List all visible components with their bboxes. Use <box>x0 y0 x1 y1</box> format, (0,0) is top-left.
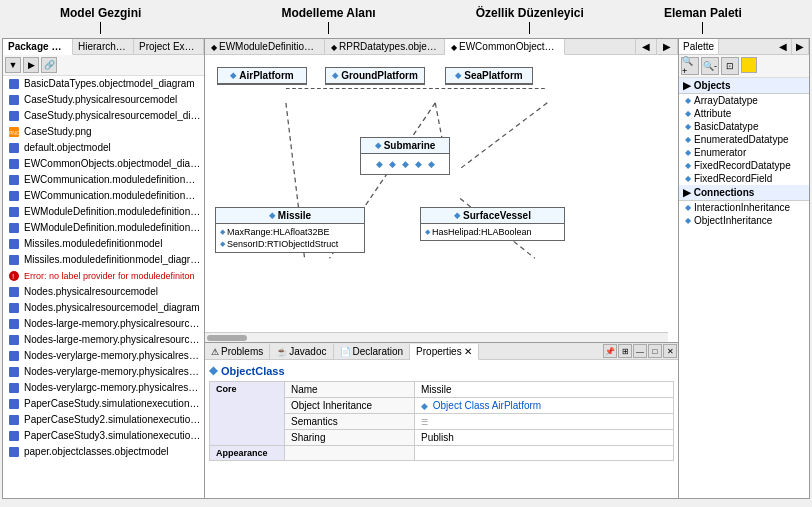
label-ozellik-duzenleyici: Özellik Düzenleyici <box>476 6 584 34</box>
tree-item-3[interactable]: PNGCaseStudy.png <box>3 124 204 140</box>
tree-item-9[interactable]: EWModuleDefinition.moduledefinitionmodel… <box>3 220 204 236</box>
tab-ew-common-icon: ◆ <box>451 43 457 52</box>
svg-rect-12 <box>9 255 19 265</box>
tree-item-0[interactable]: BasicDataTypes.objectmodel_diagram <box>3 76 204 92</box>
uml-box-seaplatform[interactable]: ◆ SeaPlatform <box>445 67 533 85</box>
tree-item-20[interactable]: PaperCaseStudy.simulationexecutionconfig… <box>3 396 204 412</box>
tab-declaration[interactable]: 📄Declaration <box>334 344 411 359</box>
palette-zoom-out[interactable]: 🔍- <box>701 57 719 75</box>
tree-item-18[interactable]: Nodes-verylarge-memory.physicalresourcem… <box>3 364 204 380</box>
palette-section-objects[interactable]: ▶ Objects <box>679 78 809 94</box>
label-model-gezgini: Model Gezgini <box>60 6 141 34</box>
uml-box-groundplatform[interactable]: ◆ GroundPlatform <box>325 67 425 85</box>
tree-item-7[interactable]: EWCommunication.moduledefinitionmodel_di <box>3 188 204 204</box>
uml-box-submarine[interactable]: ◆ Submarine ◆ ◆ ◆ ◆ ◆ <box>360 137 450 175</box>
groundplatform-diamond: ◆ <box>332 71 338 80</box>
surfacevessel-diamond: ◆ <box>454 211 460 220</box>
grid-btn[interactable]: ⊞ <box>618 344 632 358</box>
palette-objects-list: ◆ArrayDatatype ◆Attribute ◆BasicDatatype… <box>679 94 809 185</box>
h-scrollbar-thumb[interactable] <box>207 335 247 341</box>
tree-item-17[interactable]: Nodes-verylarge-memory.physicalresourcem… <box>3 348 204 364</box>
tree-item-13[interactable]: Nodes.physicalresourcemodel <box>3 284 204 300</box>
svg-rect-9 <box>9 207 19 217</box>
tree-item-15[interactable]: Nodes-large-memory.physicalresourcemodel <box>3 316 204 332</box>
tree-collapse-btn[interactable]: ▼ <box>5 57 21 73</box>
missile-diamond: ◆ <box>269 211 275 220</box>
tab-package-ex[interactable]: Package Ex✕ <box>3 39 73 55</box>
palette-item-basicdatatype[interactable]: ◆BasicDatatype <box>679 120 809 133</box>
tree-expand-btn[interactable]: ▶ <box>23 57 39 73</box>
svg-text:!: ! <box>12 272 14 281</box>
tab-nav-right[interactable]: ▶ <box>657 39 678 54</box>
tree-item-5[interactable]: EWCommonObjects.objectmodel_diagram <box>3 156 204 172</box>
tree-item-label-2: CaseStudy.physicalresourcemodel_diagram <box>24 109 202 123</box>
tree-item-label-1: CaseStudy.physicalresourcemodel <box>24 93 177 107</box>
tree-item-6[interactable]: EWCommunication.moduledefinitionmodel <box>3 172 204 188</box>
palette-section-connections[interactable]: ▶ Connections <box>679 185 809 201</box>
tab-rpr-datatypes[interactable]: ◆RPRDatatypes.objectm✕ <box>325 39 445 54</box>
tree-item-16[interactable]: Nodes-large-memory.physicalresourcemodel… <box>3 332 204 348</box>
uml-box-airplatform[interactable]: ◆ AirPlatform <box>217 67 307 85</box>
missile-field-2: ◆ SensorID:RTIObjectIdStruct <box>220 238 360 250</box>
tab-nav-left[interactable]: ◀ <box>636 39 657 54</box>
palette-item-fixedrecordfield[interactable]: ◆FixedRecordField <box>679 172 809 185</box>
tab-ew-module-icon: ◆ <box>211 43 217 52</box>
tab-ew-common[interactable]: ◆EWCommonObjects.obje✕ <box>445 39 565 55</box>
tree-link-btn[interactable]: 🔗 <box>41 57 57 73</box>
svg-rect-2 <box>9 111 19 121</box>
palette-color-btn[interactable] <box>741 57 757 73</box>
maximize-btn[interactable]: □ <box>648 344 662 358</box>
palette-item-enumerator[interactable]: ◆Enumerator <box>679 146 809 159</box>
bottom-tab-controls: 📌 ⊞ — □ ✕ <box>602 343 678 359</box>
palette-item-attribute[interactable]: ◆Attribute <box>679 107 809 120</box>
palette-fit[interactable]: ⊡ <box>721 57 739 75</box>
tree-item-19[interactable]: Nodes-verylargc-memory.physicalresourcem… <box>3 380 204 396</box>
tree-item-23[interactable]: paper.objectclasses.objectmodel <box>3 444 204 460</box>
tree-item-label-12: Error: no label provider for moduledefin… <box>24 269 195 283</box>
tree-item-label-18: Nodes-verylarge-memory.physicalresourcem… <box>24 365 202 379</box>
svg-rect-5 <box>9 143 19 153</box>
tree-item-14[interactable]: Nodes.physicalresourcemodel_diagram <box>3 300 204 316</box>
tab-properties[interactable]: Properties ✕ <box>410 344 479 360</box>
tree-item-2[interactable]: CaseStudy.physicalresourcemodel_diagram <box>3 108 204 124</box>
tree-item-label-10: Missiles.moduledefinitionmodel <box>24 237 162 251</box>
tree-item-11[interactable]: Missiles.moduledefinitionmodel_diagram <box>3 252 204 268</box>
palette-zoom-in[interactable]: 🔍+ <box>681 57 699 75</box>
seaplatform-diamond: ◆ <box>455 71 461 80</box>
tree-item-12[interactable]: !Error: no label provider for moduledefi… <box>3 268 204 284</box>
tree-item-10[interactable]: Missiles.moduledefinitionmodel <box>3 236 204 252</box>
pin-btn[interactable]: 📌 <box>603 344 617 358</box>
tree-item-4[interactable]: default.objectmodel <box>3 140 204 156</box>
tree-item-8[interactable]: EWModuleDefinition.moduledefinitionmodel <box>3 204 204 220</box>
close-btn[interactable]: ✕ <box>663 344 677 358</box>
prop-inheritance-label: Object Inheritance <box>285 398 415 414</box>
minimize-btn[interactable]: — <box>633 344 647 358</box>
palette-nav-left[interactable]: ◀ <box>775 39 792 54</box>
center-panel: ◆EWModuleDefinition.m✕ ◆RPRDatatypes.obj… <box>205 39 679 498</box>
tree-item-22[interactable]: PaperCaseStudy3.simulationexecutionconfi… <box>3 428 204 444</box>
tree-item-21[interactable]: PaperCaseStudy2.simulationexecutionconfi… <box>3 412 204 428</box>
palette-item-enumerateddatatype[interactable]: ◆EnumeratedDatatype <box>679 133 809 146</box>
palette-tab[interactable]: Palette <box>679 39 719 54</box>
palette-nav-right[interactable]: ▶ <box>792 39 809 54</box>
palette-item-objectinheritance[interactable]: ◆ObjectInheritance <box>679 214 809 227</box>
tab-project-expl[interactable]: Project Expl✕ <box>134 39 204 54</box>
tab-hierarchy[interactable]: Hierarchy✕ <box>73 39 134 54</box>
tab-javadoc[interactable]: ☕Javadoc <box>270 344 333 359</box>
diagram-area[interactable]: ◆ AirPlatform ◆ GroundPlatform <box>205 55 678 342</box>
palette-item-interactioninheritance[interactable]: ◆InteractionInheritance <box>679 201 809 214</box>
tree-item-1[interactable]: CaseStudy.physicalresourcemodel <box>3 92 204 108</box>
label-modelleme-alani: Modelleme Alanı <box>281 6 375 34</box>
palette-item-fixedrecorddatatype[interactable]: ◆FixedRecordDatatype <box>679 159 809 172</box>
palette-item-arraydatatype[interactable]: ◆ArrayDatatype <box>679 94 809 107</box>
uml-box-missile[interactable]: ◆ Missile ◆ MaxRange:HLAfloat32BE ◆ Sens… <box>215 207 365 253</box>
tree-item-icon-14 <box>7 301 21 315</box>
tab-ew-module[interactable]: ◆EWModuleDefinition.m✕ <box>205 39 325 54</box>
tree-item-icon-19 <box>7 381 21 395</box>
uml-box-surfacevessel[interactable]: ◆ SurfaceVessel ◆ HasHelipad:HLABoolean <box>420 207 565 241</box>
svg-rect-0 <box>9 79 19 89</box>
inheritance-icon: ◆ <box>421 401 428 411</box>
svg-rect-17 <box>9 319 19 329</box>
prop-appearance-empty <box>285 446 415 461</box>
tab-problems[interactable]: ⚠Problems <box>205 344 270 359</box>
